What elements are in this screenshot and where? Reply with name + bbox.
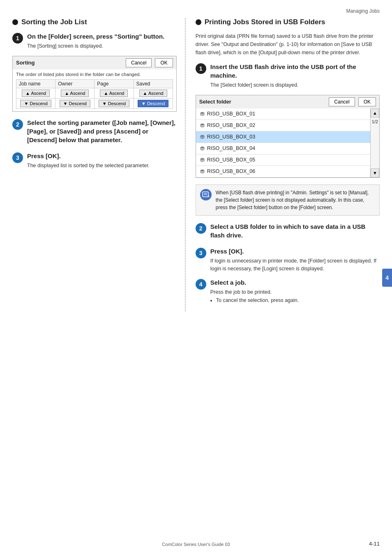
managing-jobs-label: Managing Jobs: [12, 8, 380, 14]
left-column: Sorting the Job List 1 On the [Folder] s…: [12, 18, 186, 311]
sf-name-5: RISO_USB_BOX_05: [207, 157, 255, 163]
right-step-num-2: 2: [196, 223, 206, 234]
right-column: Printing Jobs Stored in USB Folders Prin…: [186, 18, 380, 311]
col-job-name: Job name: [16, 79, 55, 88]
ascend-jobname[interactable]: ▲ Ascend: [22, 90, 50, 97]
step-num-3: 3: [12, 152, 23, 163]
right-step-3-desc: If login is unnecessary in printer mode,…: [210, 257, 380, 273]
step-3-content: Press [OK]. The displayed list is sorted…: [27, 152, 177, 170]
descend-owner[interactable]: ▼ Descend: [60, 100, 90, 107]
sf-name-6: RISO_USB_BOX_06: [207, 168, 255, 174]
right-step-3: 3 Press [OK]. If login is unnecessary in…: [196, 247, 380, 273]
right-intro-text: Print original data (PRN file format) sa…: [196, 32, 380, 57]
sf-row-4[interactable]: ⛃ RISO_USB_BOX_04: [196, 143, 370, 154]
left-section-title-text: Sorting the Job List: [21, 18, 87, 26]
sorting-cancel-btn[interactable]: Cancel: [126, 58, 152, 67]
sf-scrollbar: ▲ 1/2 ▼: [370, 108, 379, 177]
right-step-4: 4 Select a job. Press the job to be prin…: [196, 278, 380, 306]
folder-icon-2: ⛃: [200, 122, 205, 129]
step-2-content: Select the sorting parameter ([Job name]…: [27, 118, 177, 146]
left-section-title: Sorting the Job List: [12, 18, 177, 26]
folder-icon-5: ⛃: [200, 157, 205, 163]
ascend-owner[interactable]: ▲ Ascend: [61, 90, 89, 97]
step-num-2: 2: [12, 119, 23, 130]
folder-icon-1: ⛃: [200, 111, 205, 117]
step-1-content: On the [Folder] screen, press "Sorting" …: [27, 32, 177, 50]
folder-icon-3: ⛃: [200, 134, 205, 140]
note-box: When [USB flash drive printing] in "Admi…: [196, 184, 380, 216]
col-owner: Owner: [55, 79, 95, 88]
right-step-2-content: Select a USB folder to in which to save …: [210, 222, 380, 241]
sf-ok-btn[interactable]: OK: [358, 97, 376, 106]
left-step-1: 1 On the [Folder] screen, press "Sorting…: [12, 32, 177, 50]
descend-saved[interactable]: ▼ Descend: [138, 100, 168, 107]
col-saved: Saved: [134, 79, 173, 88]
step-3-title: Press [OK].: [27, 152, 177, 160]
descend-page[interactable]: ▼ Descend: [99, 100, 129, 107]
col-page: Page: [95, 79, 134, 88]
sf-name-3: RISO_USB_BOX_03: [207, 134, 255, 140]
right-step-1-desc: The [Select folder] screen is displayed.: [210, 81, 380, 89]
right-section-dot: [196, 19, 201, 25]
scroll-down-btn[interactable]: ▼: [371, 168, 379, 177]
note-text: When [USB flash drive printing] in "Admi…: [216, 189, 375, 211]
sf-row-3[interactable]: ⛃ RISO_USB_BOX_03: [196, 131, 370, 143]
two-col-layout: Sorting the Job List 1 On the [Folder] s…: [12, 18, 380, 311]
footer-series: ComColor Series User's Guide 03: [162, 542, 230, 547]
note-icon: [200, 189, 212, 200]
sf-list: ⛃ RISO_USB_BOX_01 ⛃ RISO_USB_BOX_02 ⛃ RI…: [196, 108, 370, 177]
sf-cancel-btn[interactable]: Cancel: [329, 97, 355, 106]
svg-rect-0: [203, 192, 208, 197]
step-2-title: Select the sorting parameter ([Job name]…: [27, 118, 177, 144]
sorting-ui: Sorting Cancel OK The order of listed jo…: [12, 56, 177, 112]
section-dot: [12, 19, 18, 25]
chapter-tab: 4: [382, 269, 392, 287]
ascend-saved[interactable]: ▲ Ascend: [139, 90, 167, 97]
right-step-3-content: Press [OK]. If login is unnecessary in p…: [210, 247, 380, 273]
sorting-ok-btn[interactable]: OK: [155, 58, 173, 67]
sf-header: Select folder Cancel OK: [196, 95, 379, 108]
select-folder-ui: Select folder Cancel OK ⛃ RISO_USB_BOX_0…: [196, 95, 380, 178]
step-3-desc: The displayed list is sorted by the sele…: [27, 162, 177, 170]
right-section-title: Printing Jobs Stored in USB Folders: [196, 18, 380, 26]
page: Managing Jobs Sorting the Job List 1 On …: [0, 0, 392, 555]
folder-icon-6: ⛃: [200, 168, 205, 175]
left-step-3: 3 Press [OK]. The displayed list is sort…: [12, 152, 177, 170]
sf-name-4: RISO_USB_BOX_04: [207, 145, 255, 151]
right-step-num-1: 1: [196, 63, 206, 74]
step-4-bullet-1: To cancel the selection, press again.: [216, 296, 380, 304]
scroll-up-btn[interactable]: ▲: [371, 108, 379, 117]
right-step-num-4: 4: [196, 279, 206, 290]
right-step-num-3: 3: [196, 248, 206, 258]
right-step-3-title: Press [OK].: [210, 247, 380, 256]
left-step-2: 2 Select the sorting parameter ([Job nam…: [12, 118, 177, 146]
page-number: 4-11: [369, 541, 380, 547]
sf-body: ⛃ RISO_USB_BOX_01 ⛃ RISO_USB_BOX_02 ⛃ RI…: [196, 108, 379, 177]
step-1-desc: The [Sorting] screen is displayed.: [27, 42, 177, 50]
descend-jobname[interactable]: ▼ Descend: [20, 100, 51, 107]
sf-row-5[interactable]: ⛃ RISO_USB_BOX_05: [196, 154, 370, 166]
right-step-1: 1 Insert the USB flash drive into the US…: [196, 62, 380, 89]
right-step-1-title: Insert the USB flash drive into the USB …: [210, 62, 380, 80]
sorting-header: Sorting Cancel OK: [13, 56, 176, 69]
sorting-body: The order of listed jobs stored in the f…: [13, 69, 176, 111]
sf-row-2[interactable]: ⛃ RISO_USB_BOX_02: [196, 120, 370, 131]
ascend-page[interactable]: ▲ Ascend: [100, 90, 128, 97]
right-step-4-content: Select a job. Press the job to be printe…: [210, 278, 380, 306]
right-step-4-desc: Press the job to be printed.: [210, 288, 380, 296]
right-section-title-text: Printing Jobs Stored in USB Folders: [205, 18, 325, 26]
sf-row-6[interactable]: ⛃ RISO_USB_BOX_06: [196, 166, 370, 177]
step-num-1: 1: [12, 33, 23, 44]
sorting-note: The order of listed jobs stored in the f…: [16, 72, 173, 77]
table-row-descend: ▼ Descend ▼ Descend ▼ Descend ▼ Descend: [16, 98, 173, 108]
step-4-bullets: To cancel the selection, press again.: [216, 296, 380, 304]
sf-title: Select folder: [199, 99, 326, 105]
table-row-ascend: ▲ Ascend ▲ Ascend ▲ Ascend ▲ Ascend: [16, 88, 173, 98]
right-step-2: 2 Select a USB folder to in which to sav…: [196, 222, 380, 241]
right-step-4-title: Select a job.: [210, 278, 380, 287]
sf-name-1: RISO_USB_BOX_01: [207, 111, 255, 117]
sorting-title: Sorting: [16, 60, 122, 66]
sf-row-1[interactable]: ⛃ RISO_USB_BOX_01: [196, 108, 370, 120]
folder-icon-4: ⛃: [200, 145, 205, 152]
sf-name-2: RISO_USB_BOX_02: [207, 122, 255, 128]
